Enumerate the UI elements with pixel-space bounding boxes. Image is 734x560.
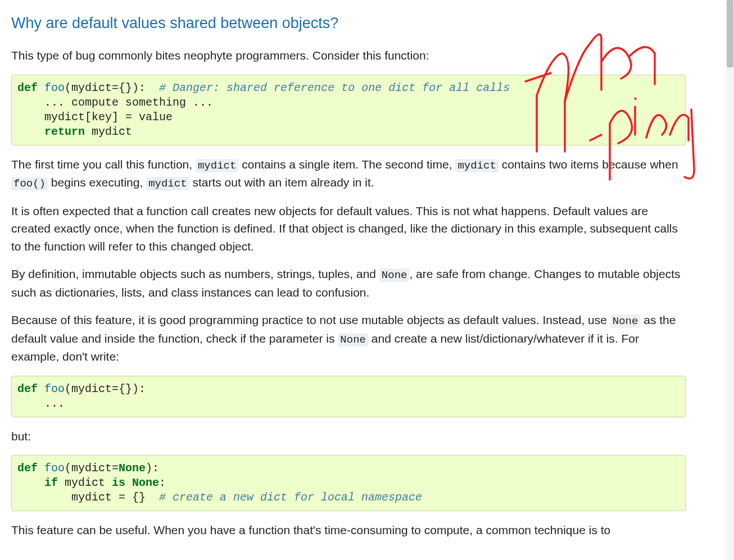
token-text: mydict (85, 125, 132, 138)
inline-code: None (610, 315, 641, 328)
paragraph-7-cutoff: This feature can be useful. When you hav… (11, 521, 686, 539)
document-content: Why are default values shared between ob… (0, 13, 697, 539)
token-comment: # create a new dict for local namespace (159, 491, 422, 504)
paragraph-intro: This type of bug commonly bites neophyte… (11, 47, 686, 65)
token-keyword: def (17, 462, 38, 475)
text: starts out with an item already in it. (189, 176, 374, 189)
text: begins executing, (48, 176, 146, 189)
inline-code: mydict (146, 177, 189, 190)
text: Because of this feature, it is good prog… (11, 313, 610, 326)
token-text: mydict[key] = value (17, 111, 173, 124)
token-keyword: def (17, 383, 38, 395)
token-text: (mydict={}): (65, 383, 146, 395)
token-function: foo (44, 383, 65, 395)
token-text (125, 476, 132, 489)
token-text: mydict (58, 476, 112, 489)
paragraph-5: Because of this feature, it is good prog… (11, 311, 686, 366)
token-text: ... (17, 397, 65, 410)
inline-code: None (379, 268, 410, 282)
inline-code: mydict (455, 159, 498, 172)
inline-code: mydict (196, 159, 238, 172)
paragraph-6: but: (11, 427, 686, 445)
scrollbar-track[interactable] (726, 0, 734, 560)
code-block-2: def foo(mydict={}): ... (11, 376, 686, 417)
paragraph-4: By definition, immutable objects such as… (11, 265, 686, 301)
inline-code: None (338, 333, 368, 347)
token-text: mydict = {} (17, 491, 159, 504)
token-text: : (159, 476, 166, 489)
code-block-3: def foo(mydict=None): if mydict is None:… (11, 455, 686, 511)
inline-code: foo() (11, 177, 48, 190)
token-text: ... compute something ... (17, 96, 213, 109)
text: The first time you call this function, (11, 158, 196, 171)
text: By definition, immutable objects such as… (11, 267, 379, 280)
token-comment: # Danger: shared reference to one dict f… (159, 81, 510, 94)
token-function: foo (44, 462, 65, 475)
paragraph-2: The first time you call this function, m… (11, 156, 686, 192)
token-text: (mydict={}): (65, 81, 159, 94)
token-function: foo (44, 81, 65, 94)
token-keyword: if (44, 476, 58, 489)
scrollbar-thumb[interactable] (727, 0, 733, 67)
token-text: (mydict= (65, 462, 119, 475)
code-block-1: def foo(mydict={}): # Danger: shared ref… (11, 75, 686, 145)
token-text: ): (146, 462, 159, 475)
token-keyword: is (112, 476, 125, 489)
token-keyword: return (44, 125, 85, 138)
text: contains a single item. The second time, (238, 158, 455, 171)
text: contains two items because when (499, 158, 678, 171)
token-builtin: None (132, 476, 159, 489)
token-builtin: None (119, 462, 146, 475)
paragraph-3: It is often expected that a function cal… (11, 202, 686, 256)
token-text (17, 476, 44, 489)
token-keyword: def (17, 81, 38, 94)
section-heading[interactable]: Why are default values shared between ob… (11, 13, 686, 33)
